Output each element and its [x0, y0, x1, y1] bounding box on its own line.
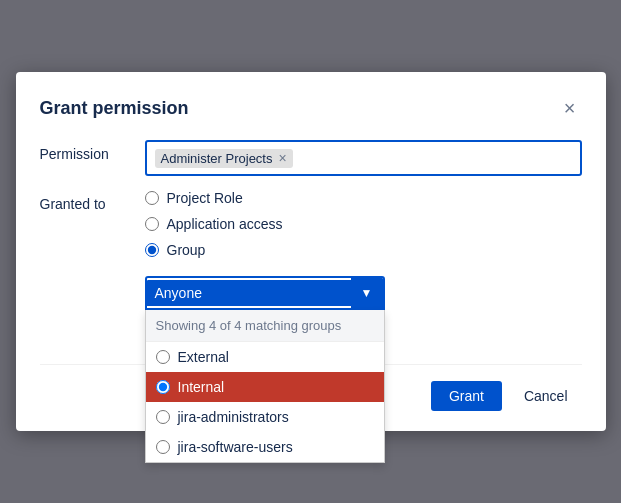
granted-to-field: Project Role Application access Group An… [145, 190, 582, 340]
dropdown-item-label-jira-admins: jira-administrators [178, 409, 289, 425]
dropdown-item-label-jira-software-users: jira-software-users [178, 439, 293, 455]
dropdown-item-external[interactable]: External [146, 342, 384, 372]
dropdown-item-label-external: External [178, 349, 229, 365]
grant-button[interactable]: Grant [431, 381, 502, 411]
permission-field: Administer Projects × [145, 140, 582, 176]
radio-group-input[interactable] [145, 243, 159, 257]
radio-group: Project Role Application access Group An… [145, 190, 582, 340]
dropdown-header: Showing 4 of 4 matching groups [146, 310, 384, 342]
permission-tag-label: Administer Projects [161, 151, 273, 166]
permission-label: Permission [40, 140, 145, 162]
grant-permission-dialog: Grant permission × Permission Administer… [16, 72, 606, 431]
group-dropdown-trigger[interactable]: Anyone ▼ [145, 276, 385, 310]
granted-to-row: Granted to Project Role Application acce… [40, 190, 582, 340]
dropdown-item-jira-software-users[interactable]: jira-software-users [146, 432, 384, 462]
radio-application-access: Application access [145, 216, 582, 232]
dropdown-radio-jira-admins[interactable] [156, 410, 170, 424]
dropdown-radio-external[interactable] [156, 350, 170, 364]
dropdown-menu: Showing 4 of 4 matching groups External … [145, 310, 385, 463]
dropdown-item-label-internal: Internal [178, 379, 225, 395]
dropdown-radio-jira-software-users[interactable] [156, 440, 170, 454]
cancel-button[interactable]: Cancel [510, 381, 582, 411]
permission-tag-remove[interactable]: × [278, 151, 286, 165]
group-dropdown-container: Anyone ▼ Showing 4 of 4 matching groups … [145, 276, 582, 310]
radio-project-role: Project Role [145, 190, 582, 206]
granted-to-label: Granted to [40, 190, 145, 212]
radio-project-role-input[interactable] [145, 191, 159, 205]
close-button[interactable]: × [558, 96, 582, 120]
dropdown-item-jira-admins[interactable]: jira-administrators [146, 402, 384, 432]
dropdown-selected-value: Anyone [147, 280, 351, 306]
dialog-title: Grant permission [40, 98, 189, 119]
radio-application-access-label[interactable]: Application access [167, 216, 283, 232]
radio-group-label[interactable]: Group [167, 242, 206, 258]
permission-tag: Administer Projects × [155, 149, 293, 168]
dropdown-arrow-icon: ▼ [351, 278, 383, 308]
radio-group: Group [145, 242, 582, 258]
dropdown-item-internal[interactable]: Internal [146, 372, 384, 402]
radio-application-access-input[interactable] [145, 217, 159, 231]
radio-project-role-label[interactable]: Project Role [167, 190, 243, 206]
dialog-header: Grant permission × [40, 96, 582, 120]
dropdown-radio-internal[interactable] [156, 380, 170, 394]
permission-input[interactable]: Administer Projects × [145, 140, 582, 176]
permission-row: Permission Administer Projects × [40, 140, 582, 176]
